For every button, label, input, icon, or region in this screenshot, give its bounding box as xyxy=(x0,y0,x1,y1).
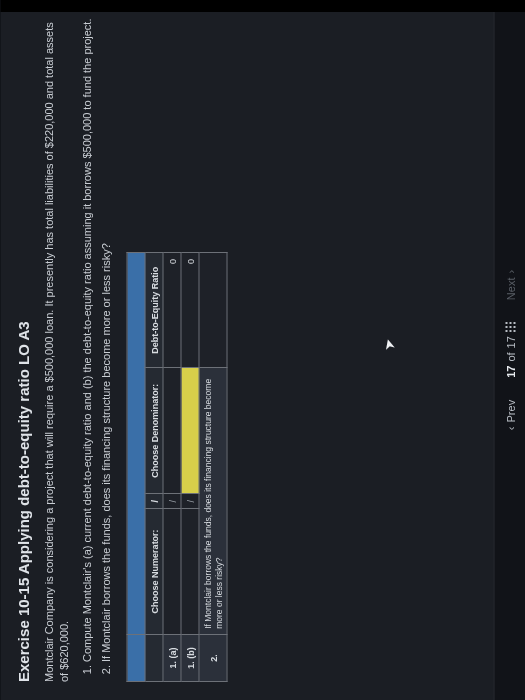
page-indicator[interactable]: 17 of 17 xyxy=(502,318,518,382)
answer-table-wrap: Choose Numerator: / Choose Denominator: … xyxy=(126,252,226,682)
chevron-right-icon: › xyxy=(504,270,516,274)
col-sep: / xyxy=(145,494,163,509)
requirement-2: If Montclair borrows the funds, does its… xyxy=(98,18,113,662)
ratio-output-1a: 0 xyxy=(163,253,181,368)
col-ratio: Debt-to-Equity Ratio xyxy=(145,253,163,368)
page-total: 17 xyxy=(504,336,516,348)
sep-1b: / xyxy=(181,494,199,509)
next-button[interactable]: Next › xyxy=(502,266,518,304)
q2-answer-input[interactable] xyxy=(199,253,226,368)
exercise-title: Exercise 10-15 Applying debt-to-equity r… xyxy=(14,18,31,682)
row-label-2: 2. xyxy=(199,634,226,681)
denominator-input-1a[interactable] xyxy=(163,368,181,494)
table-header-row: Choose Numerator: / Choose Denominator: … xyxy=(145,253,163,682)
device-edge xyxy=(0,0,525,12)
denominator-input-1b[interactable] xyxy=(181,368,199,494)
cursor-icon: ➤ xyxy=(379,336,398,352)
numerator-input-1a[interactable] xyxy=(163,508,181,634)
page-sep: of xyxy=(504,352,516,361)
table-row: 1. (a) / 0 xyxy=(163,253,181,682)
q2-text: If Montclair borrows the funds, does its… xyxy=(199,368,226,634)
chevron-left-icon: ‹ xyxy=(504,426,516,430)
page-current: 17 xyxy=(504,366,516,378)
sep-1a: / xyxy=(163,494,181,509)
problem-page: Exercise 10-15 Applying debt-to-equity r… xyxy=(0,0,493,700)
row-label-1b: 1. (b) xyxy=(181,634,199,681)
ratio-output-1b: 0 xyxy=(181,253,199,368)
row-label-1a: 1. (a) xyxy=(163,634,181,681)
requirement-1: Compute Montclair's (a) current debt-to-… xyxy=(79,18,94,662)
next-label: Next xyxy=(504,278,516,301)
col-numerator: Choose Numerator: xyxy=(145,508,163,634)
prev-label: Prev xyxy=(504,400,516,423)
grid-icon xyxy=(505,322,515,332)
answer-table: Choose Numerator: / Choose Denominator: … xyxy=(126,252,226,682)
table-blue-header xyxy=(127,253,145,682)
prev-button[interactable]: ‹ Prev xyxy=(502,396,518,434)
table-row-q2: 2. If Montclair borrows the funds, does … xyxy=(199,253,226,682)
requirements-list: Compute Montclair's (a) current debt-to-… xyxy=(79,18,113,682)
table-row: 1. (b) / 0 xyxy=(181,253,199,682)
col-denominator: Choose Denominator: xyxy=(145,368,163,494)
exercise-intro: Montclair Company is considering a proje… xyxy=(41,18,71,682)
numerator-input-1b[interactable] xyxy=(181,508,199,634)
footer-nav: ‹ Prev 17 of 17 Next › xyxy=(493,0,525,700)
